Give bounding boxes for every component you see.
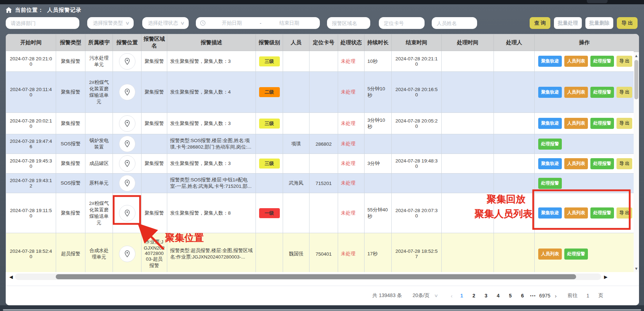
table-row: 2024-07-28 19:11:50聚集报警2#粉煤气化装置磨煤输送单元聚集报… [6, 193, 634, 233]
page-button[interactable]: 4 [492, 293, 504, 299]
start-date-field[interactable]: 开始日期 [205, 20, 258, 26]
handle-alarm-button[interactable]: 处理报警 [590, 207, 614, 219]
handle-alarm-button[interactable]: 处理报警 [590, 87, 614, 98]
cluster-track-button[interactable]: 聚集轨迹 [538, 158, 562, 169]
end-date-field[interactable]: 结束日期 [263, 20, 316, 26]
export-row-button[interactable]: 导 出 [616, 207, 632, 219]
cell-handle-status: 未处理 [338, 72, 365, 113]
handle-alarm-button[interactable]: 处理报警 [590, 56, 614, 67]
cell-handler [494, 233, 535, 275]
location-pin-icon[interactable] [119, 84, 135, 100]
cell-building: 原料单元 [85, 174, 113, 193]
alarm-type-select[interactable]: 选择报警类型 ∨ [87, 17, 134, 29]
page-button[interactable]: 3 [480, 293, 492, 299]
handle-alarm-button[interactable]: 处理报警 [538, 178, 562, 189]
handle-alarm-button[interactable]: 处理报警 [590, 158, 614, 169]
cell-end-time [392, 174, 442, 193]
cell-alarm-location [113, 113, 142, 134]
page-button[interactable]: 2 [468, 293, 480, 299]
cell-alarm-location [113, 134, 142, 154]
cell-actions: 聚集轨迹人员列表处理报警导 出 [535, 72, 634, 113]
cell-alarm-level: 二级 [256, 72, 283, 113]
vertical-scrollbar[interactable]: ▲ ▼ [634, 52, 639, 272]
person-list-button[interactable]: 人员列表 [564, 56, 588, 67]
cell-duration: 17秒 [365, 233, 392, 275]
person-list-button[interactable]: 人员列表 [564, 118, 588, 129]
cell-alarm-desc: 发生聚集报警，聚集人数：3 [167, 113, 256, 134]
person-list-button[interactable]: 人员列表 [564, 207, 588, 219]
column-header: 操作 [535, 34, 634, 51]
handle-alarm-button[interactable]: 处理报警 [538, 139, 562, 150]
page-button[interactable]: 5 [504, 293, 516, 299]
export-row-button[interactable]: 导 出 [616, 118, 632, 129]
person-list-button[interactable]: 人员列表 [538, 249, 562, 260]
table-row: 2024-07-28 20:21:00聚集报警污水处理单元聚集报警发生聚集报警，… [6, 51, 634, 72]
handle-alarm-button[interactable]: 处理报警 [590, 118, 614, 129]
person-list-button[interactable]: 人员列表 [564, 158, 588, 169]
cell-alarm-location [113, 233, 142, 275]
page-button[interactable]: 1 [456, 293, 468, 299]
window-top-nub [587, 0, 608, 3]
next-page-button[interactable]: › [552, 293, 560, 299]
person-name-input[interactable] [432, 17, 477, 29]
vertical-scroll-thumb[interactable] [634, 60, 638, 99]
location-pin-icon[interactable] [119, 175, 135, 191]
prev-page-button[interactable]: ‹ [448, 293, 456, 299]
page-size-select[interactable]: 20条/页 ∨ [413, 292, 438, 299]
cell-end-time [392, 134, 442, 154]
filter-bar: 选择报警类型 ∨ 选择处理状态 ∨ 开始日期 - 结束日期 查 询 批量处理 批… [0, 17, 644, 29]
batch-handle-button[interactable]: 批量处理 [554, 17, 582, 29]
goto-page-input[interactable] [582, 292, 594, 299]
scroll-right-arrow[interactable]: ▶ [604, 274, 608, 280]
handle-alarm-button[interactable]: 处理报警 [564, 249, 588, 260]
department-input[interactable] [6, 17, 79, 29]
horizontal-scroll-thumb[interactable] [56, 274, 576, 279]
person-list-button[interactable]: 人员列表 [564, 87, 588, 98]
last-page-button[interactable]: 6975 [538, 293, 552, 299]
query-button[interactable]: 查 询 [530, 17, 550, 29]
cell-start-time: 2024-07-28 19:11:50 [6, 193, 56, 233]
column-header: 报警级别 [256, 34, 283, 51]
location-pin-icon[interactable] [119, 205, 135, 221]
date-range-separator: - [258, 20, 263, 26]
date-range-picker[interactable]: 开始日期 - 结束日期 [196, 17, 320, 29]
cell-card-no: 286802 [309, 134, 338, 154]
scroll-up-arrow[interactable]: ▲ [634, 54, 639, 58]
handle-status-text: 未处理 [341, 141, 356, 146]
location-pin-icon[interactable] [119, 246, 135, 262]
export-row-button[interactable]: 导 出 [616, 158, 632, 169]
export-button[interactable]: 导 出 [617, 17, 638, 29]
page-button[interactable]: 6 [516, 293, 529, 299]
export-row-button[interactable]: 导 出 [616, 56, 632, 67]
location-pin-icon[interactable] [119, 115, 135, 132]
handle-status-select[interactable]: 选择处理状态 ∨ [142, 17, 189, 29]
cell-duration [365, 174, 392, 193]
area-name-input[interactable] [327, 17, 370, 29]
location-pin-icon[interactable] [119, 136, 135, 152]
cluster-track-button[interactable]: 聚集轨迹 [538, 56, 562, 67]
cell-area-name: 聚集报警 [142, 72, 167, 113]
cell-handle-status: 未处理 [338, 113, 365, 134]
cell-alarm-desc: 报警类型:超员报警,楼层:全图,报警区域名:作业票:JGJXN202407280… [167, 233, 256, 275]
handle-status-text: 未处理 [341, 89, 356, 95]
batch-delete-button[interactable]: 批量删除 [585, 17, 613, 29]
export-row-button[interactable]: 导 出 [616, 87, 632, 98]
location-pin-icon[interactable] [119, 155, 135, 172]
cell-handle-time [442, 72, 494, 113]
horizontal-scroll-track[interactable] [15, 274, 601, 280]
cluster-track-button[interactable]: 聚集轨迹 [538, 118, 562, 129]
horizontal-scrollbar[interactable]: ◀ ▶ [6, 272, 639, 286]
scroll-left-arrow[interactable]: ◀ [9, 274, 13, 280]
scroll-down-arrow[interactable]: ▼ [634, 266, 639, 271]
clock-icon [200, 20, 205, 26]
more-pages[interactable]: ••• [529, 294, 538, 298]
cluster-track-button[interactable]: 聚集轨迹 [538, 207, 562, 219]
handle-status-text: 未处理 [341, 180, 356, 186]
cell-building: 合成水处理单元 [85, 233, 113, 275]
cell-end-time: 2024-07-28 20:05:20 [392, 113, 442, 134]
location-pin-icon[interactable] [119, 53, 135, 70]
cell-handler [494, 134, 535, 154]
cell-person: 魏国强 [283, 233, 309, 275]
card-number-input[interactable] [379, 17, 425, 29]
cluster-track-button[interactable]: 聚集轨迹 [538, 87, 562, 98]
